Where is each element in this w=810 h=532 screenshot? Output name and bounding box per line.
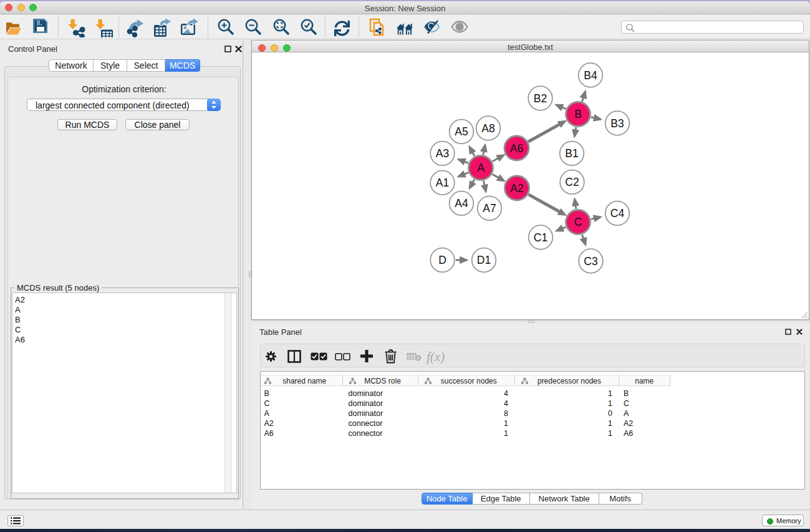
svg-text:C3: C3 [584,255,597,268]
svg-text:B2: B2 [534,92,547,105]
svg-text:C1: C1 [534,231,547,244]
svg-text:D: D [438,254,446,266]
svg-text:A5: A5 [455,125,468,138]
svg-text:B: B [574,108,582,120]
svg-text:A8: A8 [481,122,494,135]
svg-text:A3: A3 [436,147,449,160]
svg-text:A4: A4 [455,197,468,210]
svg-text:B1: B1 [565,147,578,160]
svg-text:A7: A7 [483,202,496,215]
svg-text:C4: C4 [610,207,625,220]
svg-text:A2: A2 [510,182,523,195]
svg-text:C2: C2 [565,176,579,188]
svg-text:B3: B3 [610,117,624,130]
svg-text:B4: B4 [584,69,597,82]
svg-text:A1: A1 [436,177,449,189]
svg-text:D1: D1 [477,254,491,266]
svg-text:A: A [477,162,485,174]
svg-text:A6: A6 [510,142,523,155]
svg-text:C: C [574,216,582,228]
